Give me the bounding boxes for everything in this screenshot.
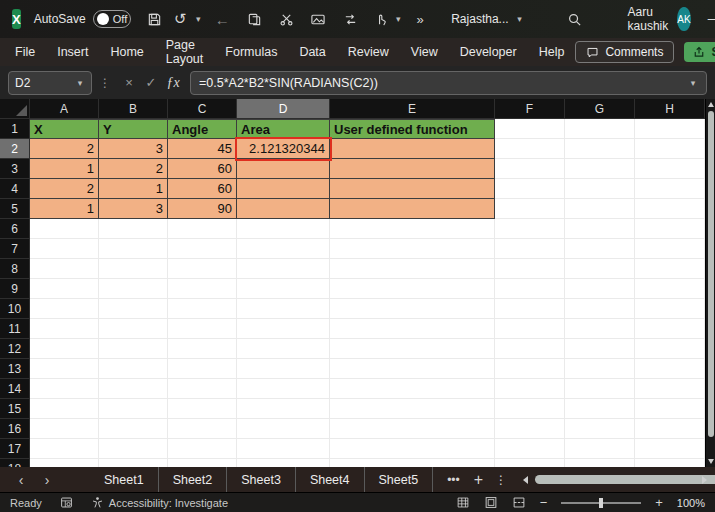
cell-F9[interactable] xyxy=(495,279,565,299)
cell-F12[interactable] xyxy=(495,339,565,359)
cell-F2[interactable] xyxy=(495,139,565,159)
cell-E6[interactable] xyxy=(330,219,495,239)
cell-C3[interactable]: 60 xyxy=(168,159,237,179)
col-header-B[interactable]: B xyxy=(99,99,168,119)
cell-E15[interactable] xyxy=(330,399,495,419)
name-box[interactable]: D2 ▾ xyxy=(8,71,92,95)
row-header-12[interactable]: 12 xyxy=(0,339,30,359)
row-header-16[interactable]: 16 xyxy=(0,419,30,439)
sheet-tab-sheet2[interactable]: Sheet2 xyxy=(159,467,228,492)
col-header-C[interactable]: C xyxy=(168,99,237,119)
cell-B6[interactable] xyxy=(99,219,168,239)
cell-G13[interactable] xyxy=(565,359,635,379)
paste-picture-button[interactable] xyxy=(305,6,331,32)
col-header-F[interactable]: F xyxy=(495,99,565,119)
menu-item-data[interactable]: Data xyxy=(288,38,336,66)
cell-G10[interactable] xyxy=(565,299,635,319)
cell-G3[interactable] xyxy=(565,159,635,179)
document-title[interactable]: Rajastha... ▾ xyxy=(451,12,524,26)
scroll-up-icon[interactable] xyxy=(708,102,714,107)
cell-C1[interactable]: Angle xyxy=(168,119,237,139)
user-avatar[interactable]: AK xyxy=(677,7,690,31)
row-header-2[interactable]: 2 xyxy=(0,139,30,159)
cell-B17[interactable] xyxy=(99,439,168,459)
row-header-18[interactable]: 18 xyxy=(0,459,30,467)
cell-F11[interactable] xyxy=(495,319,565,339)
cell-D15[interactable] xyxy=(237,399,330,419)
sheet-options-button[interactable]: ⋮ xyxy=(495,473,507,487)
minimize-button[interactable]: ─ xyxy=(691,0,715,38)
cell-E17[interactable] xyxy=(330,439,495,459)
cell-H8[interactable] xyxy=(635,259,705,279)
zoom-level[interactable]: 100% xyxy=(677,497,705,509)
cell-A14[interactable] xyxy=(30,379,99,399)
touch-mode-button[interactable] xyxy=(367,6,393,32)
cell-A10[interactable] xyxy=(30,299,99,319)
cell-F7[interactable] xyxy=(495,239,565,259)
autosave-toggle[interactable]: Off xyxy=(93,10,131,28)
cell-C11[interactable] xyxy=(168,319,237,339)
cell-G12[interactable] xyxy=(565,339,635,359)
cell-F13[interactable] xyxy=(495,359,565,379)
row-header-1[interactable]: 1 xyxy=(0,119,30,139)
cell-B11[interactable] xyxy=(99,319,168,339)
cell-C17[interactable] xyxy=(168,439,237,459)
menu-item-file[interactable]: File xyxy=(4,38,46,66)
cell-F3[interactable] xyxy=(495,159,565,179)
cell-A5[interactable]: 1 xyxy=(30,199,99,219)
cell-A1[interactable]: X xyxy=(30,119,99,139)
cell-E14[interactable] xyxy=(330,379,495,399)
cell-H3[interactable] xyxy=(635,159,705,179)
cell-H15[interactable] xyxy=(635,399,705,419)
cell-B12[interactable] xyxy=(99,339,168,359)
redo-button[interactable]: ← xyxy=(209,6,235,32)
cell-D10[interactable] xyxy=(237,299,330,319)
cell-G2[interactable] xyxy=(565,139,635,159)
cell-D8[interactable] xyxy=(237,259,330,279)
row-header-7[interactable]: 7 xyxy=(0,239,30,259)
cell-A6[interactable] xyxy=(30,219,99,239)
share-button[interactable]: Share ▾ xyxy=(684,42,715,62)
scroll-right-icon[interactable] xyxy=(702,476,707,484)
zoom-in-button[interactable]: + xyxy=(655,495,663,510)
spreadsheet-grid[interactable]: ABCDEFGH 1XYAngleAreaUser defined functi… xyxy=(0,99,705,467)
cell-A12[interactable] xyxy=(30,339,99,359)
normal-view-button[interactable] xyxy=(456,496,470,509)
cell-F15[interactable] xyxy=(495,399,565,419)
cut-button[interactable] xyxy=(273,6,299,32)
sheet-tab-sheet3[interactable]: Sheet3 xyxy=(227,467,296,492)
cell-C18[interactable] xyxy=(168,459,237,467)
cell-F4[interactable] xyxy=(495,179,565,199)
row-header-3[interactable]: 3 xyxy=(0,159,30,179)
undo-button[interactable]: ↺ xyxy=(167,6,193,32)
row-header-11[interactable]: 11 xyxy=(0,319,30,339)
cell-A7[interactable] xyxy=(30,239,99,259)
cell-E8[interactable] xyxy=(330,259,495,279)
cell-B14[interactable] xyxy=(99,379,168,399)
menu-item-home[interactable]: Home xyxy=(99,38,154,66)
insert-function-button[interactable]: ƒx xyxy=(162,71,184,95)
row-header-14[interactable]: 14 xyxy=(0,379,30,399)
zoom-slider[interactable] xyxy=(561,502,641,504)
col-header-H[interactable]: H xyxy=(635,99,705,119)
zoom-slider-thumb[interactable] xyxy=(599,498,603,508)
cell-D7[interactable] xyxy=(237,239,330,259)
formula-bar-handle-icon[interactable]: ⋮ xyxy=(99,76,111,90)
cell-C15[interactable] xyxy=(168,399,237,419)
col-header-D[interactable]: D xyxy=(237,99,330,119)
enter-entry-button[interactable]: ✓ xyxy=(140,71,162,95)
row-header-9[interactable]: 9 xyxy=(0,279,30,299)
cell-B4[interactable]: 1 xyxy=(99,179,168,199)
qat-overflow-button[interactable]: » xyxy=(407,6,433,32)
cell-C12[interactable] xyxy=(168,339,237,359)
cell-H16[interactable] xyxy=(635,419,705,439)
cell-E5[interactable] xyxy=(330,199,495,219)
cell-B7[interactable] xyxy=(99,239,168,259)
menu-item-view[interactable]: View xyxy=(400,38,449,66)
cell-G18[interactable] xyxy=(565,459,635,467)
cell-E16[interactable] xyxy=(330,419,495,439)
cell-E7[interactable] xyxy=(330,239,495,259)
cell-G6[interactable] xyxy=(565,219,635,239)
prev-sheet-button[interactable]: ‹ xyxy=(8,472,34,488)
cell-A4[interactable]: 2 xyxy=(30,179,99,199)
